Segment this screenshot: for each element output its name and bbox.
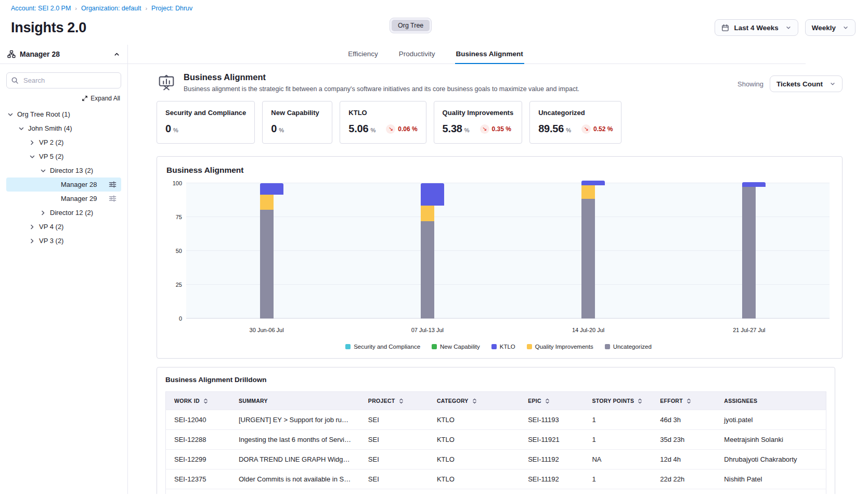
- stat-card-title: Uncategorized: [538, 109, 613, 117]
- tree-node-vp-4-2-[interactable]: VP 4 (2): [6, 220, 121, 234]
- cell-effort: 16d 6h: [652, 489, 716, 494]
- cell-summary: DORA TREND LINE GRAPH Widgets is n...: [230, 450, 360, 469]
- bar-segment-ktlo: [581, 181, 605, 185]
- x-tick-label: 30 Jun-06 Jul: [250, 327, 284, 333]
- column-header-work-id[interactable]: WORK ID: [166, 392, 230, 410]
- chevron-right-icon[interactable]: [40, 209, 50, 217]
- table-row[interactable]: SEI-12395EY > Verify if ingestion is wor…: [166, 489, 826, 494]
- legend-label: Uncategorized: [613, 344, 652, 350]
- table-row[interactable]: SEI-12288Ingesting the last 6 months of …: [166, 430, 826, 450]
- cell-assignees: Meetrajsinh Solanki: [716, 430, 826, 450]
- cell-work-id: SEI-12288: [166, 430, 230, 450]
- tree-node-manager-29[interactable]: Manager 29: [6, 192, 121, 206]
- bar-07-jul-13-jul[interactable]: [421, 183, 434, 319]
- sidebar-collapse-button[interactable]: [113, 51, 120, 58]
- chevron-right-icon[interactable]: [29, 223, 39, 231]
- chevron-down-icon[interactable]: [40, 167, 50, 174]
- legend-item-security-and-compliance[interactable]: Security and Compliance: [345, 344, 420, 350]
- stat-card-ktlo: KTLO5.06%↘0.06 %: [340, 101, 426, 144]
- tree-node-john-smith-4-[interactable]: John Smith (4): [6, 121, 121, 135]
- filter-sliders-icon[interactable]: [109, 195, 116, 202]
- tab-efficiency[interactable]: Efficiency: [347, 45, 379, 64]
- legend-item-uncategorized[interactable]: Uncategorized: [605, 344, 652, 350]
- cell-work-id: SEI-12299: [166, 450, 230, 469]
- chevron-down-icon: [785, 24, 792, 31]
- bar-30-jun-06-jul[interactable]: [260, 183, 274, 319]
- column-header-inner: WORK ID: [174, 398, 222, 404]
- drilldown-title: Business Alignment Drilldown: [165, 376, 826, 384]
- legend-item-new-capability[interactable]: New Capability: [432, 344, 480, 350]
- org-tree-sidebar: Manager 28 Expand All Org Tree Root (1)J…: [0, 45, 128, 494]
- sort-icon[interactable]: [472, 398, 477, 404]
- column-header-label: CATEGORY: [437, 398, 469, 404]
- tree-node-director-12-2-[interactable]: Director 12 (2): [6, 206, 121, 220]
- chevron-right-icon[interactable]: [29, 139, 39, 146]
- bar-segment-uncategorized: [581, 199, 595, 319]
- cell-summary: EY > Verify if ingestion is working as e…: [230, 489, 360, 494]
- tree-node-vp-3-2-[interactable]: VP 3 (2): [6, 234, 121, 248]
- breadcrumb-link[interactable]: Organization: default: [81, 5, 141, 12]
- column-header-assignees: ASSIGNEES: [716, 392, 826, 410]
- cell-work-id: SEI-12040: [166, 410, 230, 430]
- tab-productivity[interactable]: Productivity: [398, 45, 436, 64]
- column-header-epic[interactable]: EPIC: [520, 392, 584, 410]
- showing-dropdown[interactable]: Tickets Count: [770, 75, 843, 92]
- sort-icon[interactable]: [637, 398, 643, 404]
- granularity-dropdown[interactable]: Weekly: [805, 19, 856, 36]
- tree-node-director-13-2-[interactable]: Director 13 (2): [6, 163, 121, 177]
- tree-node-vp-2-2-[interactable]: VP 2 (2): [6, 135, 121, 149]
- tab-business-alignment[interactable]: Business Alignment: [455, 45, 524, 64]
- search-input[interactable]: [6, 72, 121, 88]
- chevron-down-icon[interactable]: [18, 125, 28, 132]
- filter-sliders-icon[interactable]: [109, 181, 116, 188]
- sidebar-title: Manager 28: [20, 50, 60, 58]
- stacked-bar-chart: 0255075100: [186, 183, 830, 319]
- column-header-story-points[interactable]: STORY POINTS: [584, 392, 652, 410]
- chevron-down-icon[interactable]: [7, 111, 17, 118]
- column-header-category[interactable]: CATEGORY: [429, 392, 520, 410]
- expand-all-label[interactable]: Expand All: [90, 95, 120, 102]
- legend-label: KTLO: [500, 344, 515, 350]
- sort-icon[interactable]: [545, 398, 550, 404]
- bar-segment-quality-improvements: [421, 206, 434, 221]
- bar-21-jul-27-jul[interactable]: [742, 182, 756, 319]
- chevron-right-icon[interactable]: [29, 237, 39, 245]
- tree-node-label: VP 3 (2): [39, 237, 63, 245]
- sort-icon[interactable]: [203, 398, 209, 404]
- tree-node-label: Director 12 (2): [50, 209, 93, 217]
- trend-down-icon: ↘: [480, 124, 489, 134]
- table-row[interactable]: SEI-12040[URGENT] EY > Support for job r…: [166, 410, 826, 430]
- cell-effort: 35d 23h: [652, 430, 716, 450]
- date-range-value: Last 4 Weeks: [734, 24, 778, 32]
- table-row[interactable]: SEI-12299DORA TREND LINE GRAPH Widgets i…: [166, 450, 826, 469]
- chevron-down-icon[interactable]: [29, 153, 39, 160]
- sort-icon[interactable]: [686, 398, 692, 404]
- tree-node-manager-28[interactable]: Manager 28: [6, 177, 121, 192]
- sort-icon[interactable]: [398, 398, 404, 404]
- legend-item-quality-improvements[interactable]: Quality Improvements: [527, 344, 593, 350]
- org-tree-toggle[interactable]: Org Tree: [390, 18, 432, 33]
- bar-14-jul-20-jul[interactable]: [581, 181, 595, 319]
- bar-segment-quality-improvements: [581, 185, 595, 199]
- column-header-effort[interactable]: EFFORT: [652, 392, 716, 410]
- legend-swatch: [432, 344, 437, 349]
- breadcrumb-link[interactable]: Account: SEI 2.0 PM: [11, 5, 71, 12]
- column-header-label: EPIC: [528, 398, 541, 404]
- bar-segment-ktlo: [742, 182, 766, 187]
- stat-card-delta: ↘0.52 %: [581, 124, 613, 134]
- tree-node-vp-5-2-[interactable]: VP 5 (2): [6, 149, 121, 163]
- cell-epic: SEI-11193: [520, 410, 584, 430]
- showing-label: Showing: [737, 80, 763, 88]
- tree-node-org-tree-root-1-[interactable]: Org Tree Root (1): [6, 107, 121, 121]
- stat-card-unit: %: [279, 127, 284, 133]
- org-tree-toggle-label[interactable]: Org Tree: [392, 20, 430, 31]
- legend-item-ktlo[interactable]: KTLO: [491, 344, 515, 350]
- stat-card-value: 0: [165, 123, 171, 135]
- column-header-project[interactable]: PROJECT: [360, 392, 429, 410]
- legend-swatch: [491, 344, 497, 349]
- expand-all-button[interactable]: Expand All: [0, 95, 120, 102]
- breadcrumb-link[interactable]: Project: Dhruv: [151, 5, 192, 12]
- date-range-dropdown[interactable]: Last 4 Weeks: [715, 19, 798, 36]
- showing-value: Tickets Count: [776, 80, 823, 88]
- table-row[interactable]: SEI-12375Older Commits is not available …: [166, 469, 826, 489]
